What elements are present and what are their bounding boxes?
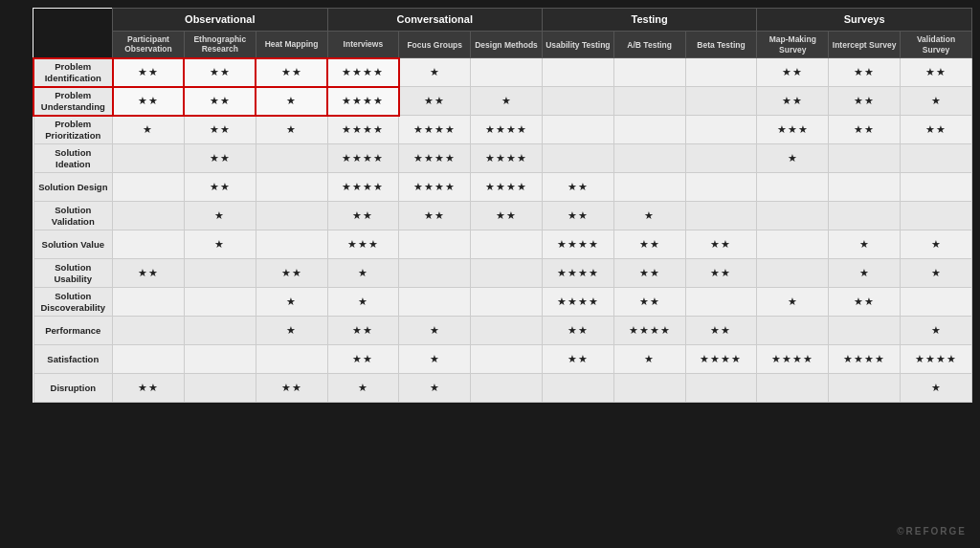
stars: ★ xyxy=(501,95,512,106)
data-cell: ★★ xyxy=(256,58,327,87)
data-cell xyxy=(542,116,613,144)
data-cell: ★★ xyxy=(184,116,256,144)
stars: ★★★★ xyxy=(342,66,384,77)
data-cell: ★ xyxy=(256,317,327,345)
stars: ★★ xyxy=(710,324,731,336)
data-cell: ★★ xyxy=(113,374,185,403)
data-cell xyxy=(113,317,185,345)
stars: ★★ xyxy=(424,95,445,106)
data-cell: ★ xyxy=(113,116,185,144)
stars: ★★ xyxy=(352,324,373,336)
data-cell xyxy=(542,374,613,403)
data-cell: ★★★ xyxy=(757,116,829,144)
table-row: Solution Value★★★★★★★★★★★★★★ xyxy=(33,230,972,259)
stars: ★★ xyxy=(138,382,159,393)
data-cell: ★ xyxy=(184,202,256,230)
data-cell: ★★ xyxy=(327,345,399,374)
row-label: Solution Value xyxy=(33,230,113,259)
data-cell xyxy=(685,374,757,403)
data-cell: ★ xyxy=(399,58,471,87)
stars: ★★ xyxy=(281,66,302,77)
stars: ★★ xyxy=(854,66,875,77)
data-cell: ★★★★ xyxy=(327,173,399,202)
stars: ★ xyxy=(931,95,942,106)
data-cell xyxy=(685,288,757,317)
data-cell: ★ xyxy=(327,374,399,403)
stars: ★ xyxy=(931,324,942,336)
data-cell xyxy=(471,345,543,374)
data-cell: ★★ xyxy=(113,58,185,87)
data-cell xyxy=(542,144,613,173)
watermark: ©REFORGE xyxy=(897,526,967,537)
data-cell: ★★ xyxy=(757,58,829,87)
data-cell: ★★ xyxy=(327,202,399,230)
data-cell xyxy=(829,144,901,173)
data-cell: ★★★★ xyxy=(399,173,471,202)
stars: ★★ xyxy=(496,209,517,221)
table-row: Solution Usability★★★★★★★★★★★★★★★ xyxy=(33,259,972,288)
stars: ★ xyxy=(931,267,942,278)
data-cell: ★★ xyxy=(184,87,256,116)
data-cell: ★★ xyxy=(685,230,757,259)
main-container: Observational Conversational Testing Sur… xyxy=(0,0,980,548)
data-cell xyxy=(471,230,543,259)
matrix-table: Observational Conversational Testing Sur… xyxy=(33,8,972,403)
stars: ★★ xyxy=(210,95,231,106)
data-cell: ★ xyxy=(399,374,471,403)
data-cell: ★★★★ xyxy=(613,317,685,345)
data-cell xyxy=(613,87,685,116)
data-cell: ★★★★ xyxy=(829,345,901,374)
stars: ★ xyxy=(430,66,440,77)
stars: ★ xyxy=(644,353,655,364)
data-cell: ★★ xyxy=(613,259,685,288)
stars: ★★★★ xyxy=(843,353,885,364)
data-cell xyxy=(399,259,471,288)
stars: ★ xyxy=(286,123,297,135)
stars: ★★ xyxy=(568,324,589,336)
data-cell xyxy=(757,259,829,288)
data-cell xyxy=(184,288,256,317)
data-cell xyxy=(184,317,256,345)
data-cell xyxy=(113,288,185,317)
data-cell: ★★★★ xyxy=(685,345,757,374)
row-label: Solution Design xyxy=(33,173,113,202)
stars: ★★ xyxy=(925,66,947,77)
stars: ★★ xyxy=(568,181,589,192)
group-surveys: Surveys xyxy=(757,9,972,32)
data-cell: ★★ xyxy=(256,259,327,288)
stars: ★★ xyxy=(568,209,589,221)
table-row: Satisfaction★★★★★★★★★★★★★★★★★★★★★★ xyxy=(33,345,972,374)
data-cell: ★★ xyxy=(829,116,901,144)
data-cell xyxy=(901,202,972,230)
data-cell: ★★ xyxy=(399,202,471,230)
data-cell xyxy=(256,345,327,374)
data-cell xyxy=(613,374,685,403)
data-cell: ★★ xyxy=(829,87,901,116)
stars: ★ xyxy=(430,353,440,364)
table-row: Performance★★★★★★★★★★★★★ xyxy=(33,317,972,345)
data-cell: ★★★ xyxy=(327,230,399,259)
data-cell xyxy=(113,202,185,230)
stars: ★ xyxy=(644,209,655,221)
stars: ★ xyxy=(931,382,942,393)
stars: ★★ xyxy=(854,95,875,106)
data-cell xyxy=(113,144,185,173)
data-cell xyxy=(184,259,256,288)
data-cell xyxy=(757,230,829,259)
stars: ★ xyxy=(859,238,870,250)
stars: ★★ xyxy=(854,123,875,135)
data-cell xyxy=(471,58,543,87)
data-cell xyxy=(256,173,327,202)
col-header-3: Interviews xyxy=(327,32,399,58)
col-header-9: Map-Making Survey xyxy=(757,32,829,58)
stars: ★★ xyxy=(281,382,302,393)
row-label: Solution Usability xyxy=(33,259,113,288)
data-cell xyxy=(685,173,757,202)
data-cell: ★★ xyxy=(113,259,185,288)
row-label: Solution Ideation xyxy=(33,144,113,173)
data-cell: ★★★★ xyxy=(542,288,613,317)
stars: ★★★★ xyxy=(342,95,384,106)
stars: ★★ xyxy=(138,66,159,77)
data-cell xyxy=(256,230,327,259)
data-cell: ★★ xyxy=(184,144,256,173)
